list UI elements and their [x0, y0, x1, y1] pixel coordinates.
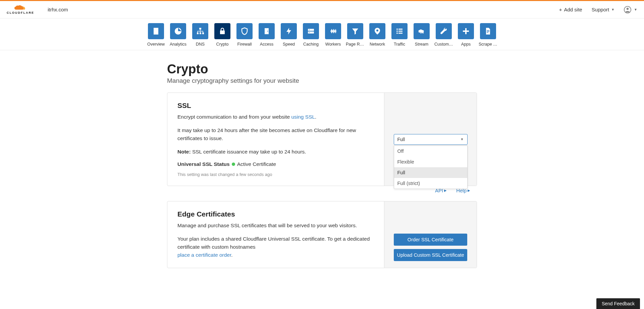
- svg-rect-10: [308, 32, 314, 34]
- nav-tab-custompages[interactable]: Custom P...: [434, 23, 453, 47]
- caret-down-icon: ▼: [634, 8, 637, 11]
- clipboard-icon: [152, 27, 160, 35]
- edge-plan-text: Your plan includes a shared Cloudflare U…: [177, 235, 374, 259]
- ssl-note-body: It may take up to 24 hours after the sit…: [177, 126, 374, 142]
- nav-tab-caching[interactable]: Caching: [302, 23, 320, 47]
- doc-icon: [484, 27, 492, 35]
- nav-tabs: Overview Analytics DNS Crypto Firewall A…: [0, 18, 644, 50]
- nav-tab-dns[interactable]: DNS: [191, 23, 210, 47]
- ssl-status: Universal SSL Status Active Certificate: [177, 161, 374, 167]
- cloudflare-logo[interactable]: CLOUDFLARE: [7, 5, 34, 14]
- edge-desc: Manage and purchase SSL certificates tha…: [177, 222, 374, 230]
- nav-tab-network[interactable]: Network: [368, 23, 387, 47]
- place-cert-order-link[interactable]: place a certificate order: [177, 252, 231, 258]
- shield-icon: [240, 27, 249, 35]
- svg-point-16: [396, 30, 398, 32]
- nav-tab-label: Overview: [147, 42, 165, 47]
- nav-tab-label: Firewall: [237, 42, 252, 47]
- upload-ssl-button[interactable]: Upload Custom SSL Certificate: [394, 249, 467, 261]
- svg-point-18: [396, 33, 398, 34]
- order-ssl-button[interactable]: Order SSL Certificate: [394, 234, 467, 246]
- plus-icon: [462, 27, 470, 35]
- nav-tab-firewall[interactable]: Firewall: [235, 23, 254, 47]
- workers-icon: [329, 27, 337, 35]
- add-site-button[interactable]: + Add site: [559, 7, 582, 12]
- ssl-note: Note: SSL certificate issuance may take …: [177, 148, 374, 156]
- add-site-label: Add site: [564, 7, 582, 12]
- svg-point-8: [267, 31, 268, 32]
- svg-rect-22: [487, 30, 489, 31]
- svg-rect-4: [200, 33, 201, 34]
- nav-tab-stream[interactable]: Stream: [412, 23, 431, 47]
- edge-certificates-card: Edge Certificates Manage and purchase SS…: [167, 201, 477, 268]
- ssl-mode-menu: Off Flexible Full Full (strict): [394, 145, 468, 189]
- nav-tab-label: Crypto: [216, 42, 229, 47]
- svg-rect-19: [398, 33, 402, 34]
- plus-icon: +: [559, 7, 562, 12]
- svg-rect-23: [487, 31, 489, 32]
- list-icon: [395, 27, 404, 35]
- logo-text: CLOUDFLARE: [7, 11, 34, 14]
- nav-tab-label: Workers: [325, 42, 341, 47]
- page-title: Crypto: [167, 62, 477, 76]
- nav-tab-workers[interactable]: Workers: [324, 23, 342, 47]
- svg-point-14: [396, 28, 398, 30]
- nav-tab-analytics[interactable]: Analytics: [169, 23, 187, 47]
- user-menu[interactable]: ▼: [624, 6, 637, 13]
- svg-point-12: [309, 32, 310, 33]
- nav-tab-overview[interactable]: Overview: [147, 23, 165, 47]
- svg-rect-24: [487, 32, 488, 33]
- svg-rect-17: [398, 31, 402, 32]
- nav-tab-speed[interactable]: Speed: [279, 23, 298, 47]
- nav-tab-label: Custom P...: [434, 42, 453, 47]
- pin-icon: [373, 27, 381, 35]
- svg-point-13: [376, 29, 378, 32]
- nav-tab-label: Analytics: [170, 42, 186, 47]
- nav-tab-label: Stream: [415, 42, 428, 47]
- server-icon: [307, 27, 315, 35]
- ssl-timestamp: This setting was last changed a few seco…: [177, 172, 374, 177]
- ssl-option-flexible[interactable]: Flexible: [394, 157, 467, 167]
- ssl-status-value: Active Certificate: [237, 161, 276, 167]
- nav-tab-crypto[interactable]: Crypto: [213, 23, 232, 47]
- nav-tab-label: Apps: [461, 42, 471, 47]
- ssl-status-label: Universal SSL Status: [177, 161, 230, 167]
- wrench-icon: [440, 27, 448, 35]
- stream-icon: [418, 27, 426, 35]
- ssl-mode-dropdown-wrap: Full ▼ Off Flexible Full Full (strict): [394, 134, 468, 145]
- svg-point-1: [627, 8, 629, 10]
- domain-name[interactable]: itrhx.com: [48, 7, 68, 12]
- nav-tab-traffic[interactable]: Traffic: [390, 23, 409, 47]
- ssl-option-full-strict[interactable]: Full (strict): [394, 178, 467, 189]
- nav-tab-label: Network: [370, 42, 385, 47]
- nav-tab-pagerules[interactable]: Page Rules: [346, 23, 365, 47]
- nav-tab-label: Traffic: [394, 42, 405, 47]
- svg-rect-2: [199, 28, 201, 29]
- header: CLOUDFLARE itrhx.com + Add site Support …: [0, 1, 644, 18]
- nav-tab-scrapeshield[interactable]: Scrape S...: [479, 23, 497, 47]
- door-icon: [263, 27, 271, 35]
- edge-card-title: Edge Certificates: [177, 210, 374, 218]
- ssl-mode-select[interactable]: Full ▼: [394, 134, 468, 145]
- lock-icon: [218, 27, 226, 35]
- sitemap-icon: [196, 27, 204, 35]
- nav-tab-access[interactable]: Access: [257, 23, 276, 47]
- cloud-icon: [13, 5, 28, 11]
- nav-tab-label: DNS: [196, 42, 205, 47]
- nav-tab-apps[interactable]: Apps: [457, 23, 475, 47]
- svg-rect-6: [220, 30, 225, 34]
- ssl-option-full[interactable]: Full: [394, 167, 467, 178]
- chevron-down-icon: ▼: [461, 137, 464, 141]
- page-subtitle: Manage cryptography settings for your we…: [167, 77, 477, 84]
- ssl-card: SSL Encrypt communication to and from yo…: [167, 92, 477, 186]
- support-button[interactable]: Support ▼: [592, 7, 614, 12]
- svg-rect-15: [398, 29, 402, 30]
- nav-tab-label: Speed: [283, 42, 295, 47]
- user-icon: [624, 6, 631, 13]
- nav-tab-label: Caching: [303, 42, 319, 47]
- svg-rect-9: [308, 29, 314, 31]
- using-ssl-link[interactable]: using SSL: [291, 114, 315, 120]
- status-dot-icon: [232, 163, 235, 166]
- svg-point-11: [309, 29, 310, 30]
- ssl-option-off[interactable]: Off: [394, 146, 467, 157]
